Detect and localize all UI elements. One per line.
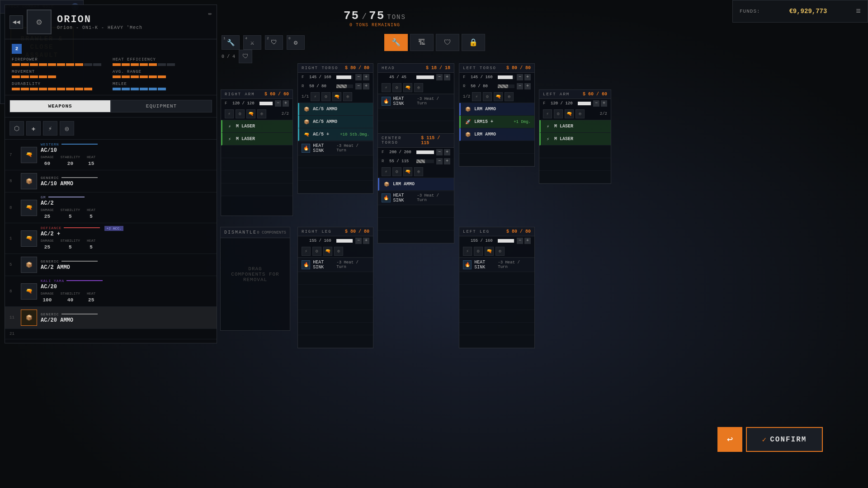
weapon-brand: GM bbox=[41, 195, 46, 199]
hp-minus[interactable]: − bbox=[517, 74, 523, 80]
weapon-name: AC/2 bbox=[41, 200, 212, 206]
nav-slot-0[interactable]: 0 ⚙ bbox=[287, 35, 305, 50]
view-btn-active[interactable]: 🔧 bbox=[384, 34, 408, 51]
tab-weapons[interactable]: WEAPONS bbox=[9, 100, 111, 113]
component-slot[interactable]: 📦 LRM AMMO bbox=[459, 128, 534, 141]
undo-button[interactable]: ↩ bbox=[717, 427, 742, 452]
weapon-icon: 🔫 bbox=[21, 147, 37, 163]
jump-jet-counter: 0 / 4 bbox=[222, 54, 235, 59]
hp-minus[interactable]: − bbox=[436, 149, 443, 155]
filter-ballistic-icon[interactable]: ✚ bbox=[26, 121, 41, 136]
empty-slot bbox=[298, 168, 373, 181]
slot-fraction: 2/2 bbox=[600, 112, 607, 116]
nav-slot-4[interactable]: 4 ⚔ bbox=[243, 35, 261, 50]
weapon-brand-bar bbox=[48, 197, 85, 197]
right-arm-icons: ⚡ ⚙ 🔫 ⊕ 2/2 bbox=[221, 108, 292, 120]
empty-slot bbox=[459, 323, 534, 335]
slot-icon: ⚙ bbox=[392, 83, 401, 92]
hp-plus[interactable]: + bbox=[524, 74, 531, 80]
list-item[interactable]: 5 📦 GENERIC AC/2 AMMO bbox=[5, 254, 217, 276]
jump-jet-icon[interactable]: 🛡 bbox=[239, 50, 252, 63]
list-item[interactable]: 7 🔫 WESTERN AC/10 DAMAGE 60 STABI bbox=[5, 140, 217, 170]
dismantle-body: DRAG COMPONENTS FOR REMOVAL bbox=[221, 238, 290, 310]
firepower-bar bbox=[12, 63, 109, 66]
mech-subtitle: Orion - ON1-K - HEAVY 'Mech bbox=[57, 25, 212, 30]
heat-sink-label: HEAT SINK bbox=[393, 193, 417, 203]
heat-sink-row: 🔥 HEAT SINK -3 Heat / Turn bbox=[459, 258, 534, 272]
component-slot[interactable]: ⚡ M LASER bbox=[221, 120, 292, 133]
filter-missile-icon[interactable]: ◎ bbox=[60, 121, 74, 136]
edit-icon[interactable]: ✏ bbox=[208, 9, 212, 17]
hp-plus[interactable]: + bbox=[601, 100, 607, 107]
tons-remaining: 0 TONS REMAINING bbox=[344, 23, 406, 28]
left-leg-title: LEFT LEG bbox=[463, 230, 490, 234]
hp-minus[interactable]: − bbox=[593, 100, 599, 107]
empty-slot bbox=[298, 285, 373, 297]
component-slot[interactable]: 📦 AC/5 AMMO bbox=[298, 116, 373, 128]
view-btn-2[interactable]: 🏗 bbox=[410, 34, 434, 51]
component-slot[interactable]: 📦 LRM AMMO bbox=[378, 178, 454, 191]
hp-plus[interactable]: + bbox=[363, 83, 369, 89]
hp-plus[interactable]: + bbox=[283, 100, 289, 107]
nav-slot-2[interactable]: 2 🛡 bbox=[265, 35, 283, 50]
right-torso-title: RIGHT TORSO bbox=[302, 66, 338, 70]
comp-bonus: +10 Stb.Dmg. bbox=[340, 132, 369, 137]
back-button[interactable]: ◀◀ bbox=[9, 15, 23, 29]
hp-minus[interactable]: − bbox=[517, 238, 523, 244]
menu-icon[interactable]: ≡ bbox=[856, 7, 861, 16]
tons-display: 75 / 75 TONS 0 TONS REMAINING bbox=[344, 9, 406, 28]
weapon-details: GM AC/2 DAMAGE 25 STABILITY 5 bbox=[41, 195, 212, 220]
hp-minus[interactable]: − bbox=[355, 83, 362, 89]
slot-icon: ⊕ bbox=[505, 92, 514, 101]
hp-minus[interactable]: − bbox=[436, 158, 443, 164]
hp-minus[interactable]: − bbox=[275, 100, 281, 107]
hp-minus[interactable]: − bbox=[355, 74, 362, 80]
left-arm-header: LEFT ARM $ 60 / 60 bbox=[539, 90, 611, 99]
confirm-button[interactable]: ✓ CONFIRM bbox=[746, 427, 823, 452]
heat-sink-label: HEAT SINK bbox=[313, 143, 336, 153]
list-item[interactable]: 11 📦 GENERIC AC/20 AMMO bbox=[5, 307, 217, 329]
durability-bar bbox=[12, 88, 109, 90]
view-btn-3[interactable]: 🛡 bbox=[436, 34, 459, 51]
right-torso-panel: RIGHT TORSO $ 80 / 80 F 145 / 160 − + R … bbox=[297, 63, 373, 194]
filter-energy-icon[interactable]: ⚡ bbox=[43, 121, 57, 136]
hp-minus[interactable]: − bbox=[517, 83, 523, 89]
list-item[interactable]: 1 🔫 DEFIANCE +2 ACC. AC/2 + DAMAGE 25 bbox=[5, 223, 217, 254]
head-icons: ⚡ ⚙ 🔫 ⊕ bbox=[378, 82, 454, 94]
hp-plus[interactable]: + bbox=[444, 74, 450, 80]
component-slot[interactable]: ⚡ M LASER bbox=[539, 133, 611, 145]
hp-plus[interactable]: + bbox=[524, 238, 531, 244]
component-slot[interactable]: 🚀 LRM15 + +1 Dmg. bbox=[459, 116, 534, 128]
component-slot[interactable]: ⚡ M LASER bbox=[539, 120, 611, 133]
list-item[interactable]: 21 bbox=[5, 329, 217, 339]
slot-icon: 🔫 bbox=[494, 92, 503, 101]
hp-plus[interactable]: + bbox=[444, 149, 450, 155]
component-slot[interactable]: ⚡ M LASER bbox=[221, 133, 292, 145]
view-btn-4[interactable]: 🔒 bbox=[462, 34, 485, 51]
list-item[interactable]: 8 🔫 GM AC/2 DAMAGE 25 STABILITY bbox=[5, 192, 217, 223]
hp-minus[interactable]: − bbox=[436, 74, 443, 80]
heat-efficiency-bar bbox=[113, 63, 210, 66]
hp-plus[interactable]: + bbox=[363, 238, 369, 244]
nav-slot-1[interactable]: 1 🔧 bbox=[222, 35, 240, 50]
heat-efficiency-stat: HEAT EFFICIENCY bbox=[113, 57, 210, 66]
avg-range-label: AVG. RANGE bbox=[113, 70, 210, 74]
hp-plus[interactable]: + bbox=[444, 158, 450, 164]
hp-plus[interactable]: + bbox=[524, 83, 531, 89]
list-item[interactable]: 8 📦 GENERIC AC/10 AMMO bbox=[5, 170, 217, 192]
avg-range-stat: AVG. RANGE bbox=[113, 70, 210, 78]
comp-name: AC/5 AMMO bbox=[313, 119, 369, 124]
filter-all-icon[interactable]: ⬡ bbox=[9, 121, 24, 136]
empty-slot bbox=[378, 230, 454, 243]
list-item[interactable]: 8 🔫 KALI YAMA AC/20 DAMAGE 100 ST bbox=[5, 276, 217, 307]
component-slot[interactable]: 📦 AC/5 AMMO bbox=[298, 103, 373, 116]
acc-badge: +2 ACC. bbox=[104, 226, 123, 231]
component-slot[interactable]: 📦 LRM AMMO bbox=[459, 103, 534, 116]
component-slot[interactable]: 🔫 AC/5 + +10 Stb.Dmg. bbox=[298, 128, 373, 141]
hp-minus[interactable]: − bbox=[355, 238, 362, 244]
hp-plus[interactable]: + bbox=[363, 74, 369, 80]
tab-equipment[interactable]: EQUIPMENT bbox=[111, 100, 212, 113]
melee-bar bbox=[113, 88, 210, 90]
heat-efficiency-label: HEAT EFFICIENCY bbox=[113, 57, 210, 62]
right-torso-header: RIGHT TORSO $ 80 / 80 bbox=[298, 64, 373, 73]
